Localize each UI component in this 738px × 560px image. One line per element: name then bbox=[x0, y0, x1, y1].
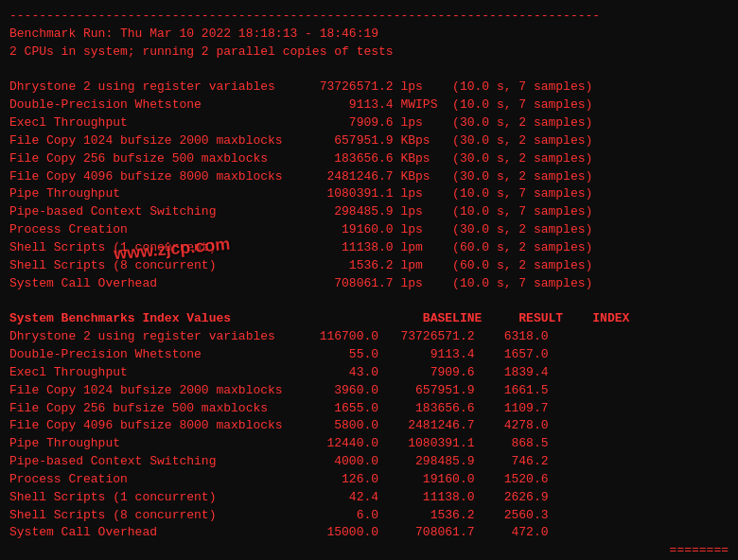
index-row: File Copy 256 bufsize 500 maxblocks 1655… bbox=[9, 400, 729, 418]
index-row: Process Creation 126.0 19160.0 1520.6 bbox=[9, 471, 729, 489]
index-row: File Copy 1024 bufsize 2000 maxblocks 39… bbox=[9, 382, 729, 400]
result-row: File Copy 1024 bufsize 2000 maxblocks 65… bbox=[9, 132, 729, 150]
separator-top: ----------------------------------------… bbox=[9, 8, 729, 26]
result-row: Dhrystone 2 using register variables 737… bbox=[9, 79, 729, 96]
index-row: Shell Scripts (8 concurrent) 6.0 1536.2 … bbox=[9, 507, 729, 525]
index-container: Dhrystone 2 using register variables 116… bbox=[9, 328, 729, 542]
index-header: System Benchmarks Index Values BASELINE … bbox=[9, 310, 729, 328]
index-row: Shell Scripts (1 concurrent) 42.4 11138.… bbox=[9, 489, 729, 507]
result-row: File Copy 256 bufsize 500 maxblocks 1836… bbox=[9, 150, 729, 168]
blank-2 bbox=[9, 293, 729, 311]
result-row: Pipe Throughput 1080391.1 lps (10.0 s, 7… bbox=[9, 185, 729, 203]
benchmark-run-line: Benchmark Run: Thu Mar 10 2022 18:18:13 … bbox=[9, 26, 729, 44]
result-row: System Call Overhead 708061.7 lps (10.0 … bbox=[9, 275, 729, 293]
index-row: Pipe-based Context Switching 4000.0 2984… bbox=[9, 453, 729, 471]
result-row: Execl Throughput 7909.6 lps (30.0 s, 2 s… bbox=[9, 114, 729, 132]
cpu-info: 2 CPUs in system; running 2 parallel cop… bbox=[9, 44, 729, 61]
index-row: Execl Throughput 43.0 7909.6 1839.4 bbox=[9, 364, 729, 382]
result-row: File Copy 4096 bufsize 8000 maxblocks 24… bbox=[9, 168, 729, 186]
index-row: Pipe Throughput 12440.0 1080391.1 868.5 bbox=[9, 435, 729, 453]
blank-1 bbox=[9, 61, 729, 79]
result-row: Double-Precision Whetstone 9113.4 MWIPS … bbox=[9, 96, 729, 114]
index-row: Double-Precision Whetstone 55.0 9113.4 1… bbox=[9, 346, 729, 364]
result-row: Process Creation 19160.0 lps (30.0 s, 2 … bbox=[9, 221, 729, 239]
index-row: System Call Overhead 15000.0 708061.7 47… bbox=[9, 524, 729, 542]
equals-row: ======== bbox=[9, 542, 729, 560]
terminal: ----------------------------------------… bbox=[9, 8, 729, 560]
index-row: Dhrystone 2 using register variables 116… bbox=[9, 328, 729, 346]
index-row: File Copy 4096 bufsize 8000 maxblocks 58… bbox=[9, 417, 729, 435]
result-row: Pipe-based Context Switching 298485.9 lp… bbox=[9, 203, 729, 221]
